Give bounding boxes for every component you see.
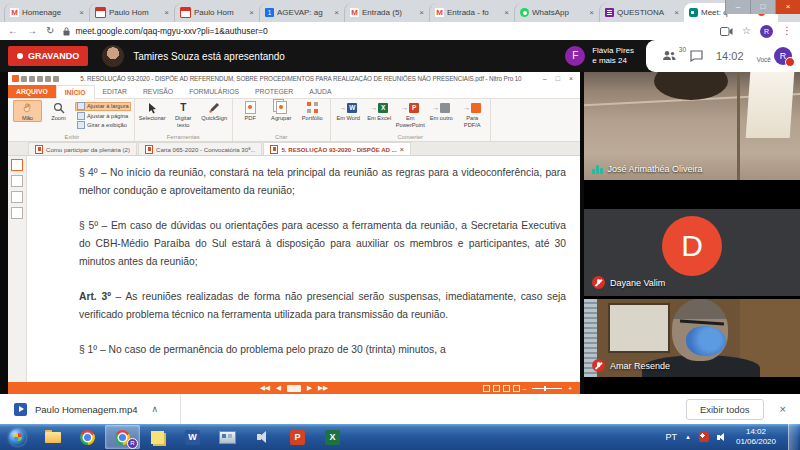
doc-tab-resolucao-active[interactable]: 5. RESOLUÇÃO 93-2020 - DISPÕE AD ... × [263, 142, 410, 155]
redo-icon[interactable] [53, 76, 59, 82]
browser-tab-paulo-2[interactable]: Paulo Hom × [174, 3, 259, 22]
zoom-out-icon[interactable]: – [523, 385, 527, 392]
view-mode-icon[interactable] [483, 385, 490, 392]
browser-menu-icon[interactable]: ⋮ [782, 26, 792, 36]
pdf-page-canvas[interactable]: § 4º – No início da reunião, constará na… [27, 156, 580, 382]
download-item[interactable]: Paulo Homenagem.mp4 [14, 403, 137, 416]
close-button[interactable]: × [775, 0, 800, 14]
create-pdf-button[interactable]: PDF [236, 100, 265, 122]
portfolio-button[interactable]: Portfólio [298, 100, 327, 122]
prev-page-icon[interactable]: ◀ [276, 384, 281, 392]
camera-icon[interactable] [720, 27, 733, 36]
nitro-minimize-button[interactable]: – [543, 75, 547, 82]
nitro-close-button[interactable]: × [569, 75, 573, 82]
browser-tab-questionario[interactable]: QUESTIONA × [599, 3, 684, 22]
ribbon-tab-arquivo[interactable]: ARQUIVO [8, 85, 56, 98]
doc-tab-como-participar[interactable]: Como participar da plenária (2) [28, 142, 137, 155]
pinned-participant[interactable]: F Flávia Pires e mais 24 [565, 46, 634, 67]
download-options-caret-icon[interactable]: ∧ [151, 404, 158, 414]
browser-tab-homenagem[interactable]: M Homenage × [4, 3, 89, 22]
fit-page-button[interactable]: Ajustar à página [75, 112, 131, 121]
fit-width-button[interactable]: Ajustar à largura [75, 102, 131, 111]
tab-close-icon[interactable]: × [79, 8, 84, 17]
doc-tab-carta[interactable]: Carta 065-2020 - Convocatória 30ª... [138, 142, 262, 155]
ribbon-tab-formularios[interactable]: FORMULÁRIOS [181, 85, 247, 98]
combine-button[interactable]: Agrupar [267, 100, 296, 122]
type-text-button[interactable]: T Digitar texto [169, 100, 198, 128]
to-other-button[interactable]: → Em outro [427, 100, 456, 122]
maximize-button[interactable]: □ [750, 0, 775, 14]
taskbar-display-settings-button[interactable] [210, 425, 245, 449]
last-page-icon[interactable]: ▶▶ [318, 384, 328, 392]
tab-close-icon[interactable]: × [504, 8, 509, 17]
next-page-icon[interactable]: ▶ [307, 384, 312, 392]
ribbon-tab-ajuda[interactable]: AJUDA [301, 85, 339, 98]
to-powerpoint-button[interactable]: →P Em PowerPoint [396, 100, 425, 128]
browser-profile-avatar[interactable]: R [760, 25, 773, 38]
zoom-in-icon[interactable]: + [568, 385, 572, 392]
video-tile-dayane[interactable]: D Dayane Valim [584, 209, 800, 296]
taskbar-chrome-button[interactable] [70, 425, 105, 449]
video-tile-amar[interactable]: Amar Resende [584, 299, 800, 394]
to-excel-button[interactable]: →X Em Excel [365, 100, 394, 122]
show-desktop-button[interactable] [788, 424, 798, 450]
browser-tab-paulo-1[interactable]: Paulo Hom × [89, 3, 174, 22]
bookmark-star-icon[interactable]: ☆ [742, 26, 751, 36]
zoom-slider[interactable] [532, 388, 562, 389]
taskbar-clock[interactable]: 14:02 01/06/2020 [736, 427, 776, 447]
first-page-icon[interactable]: ◀◀ [260, 384, 270, 392]
zoom-tool-button[interactable]: Zoom [44, 100, 73, 122]
self-view[interactable]: Você R [757, 47, 792, 65]
browser-tab-agevap[interactable]: 1 AGEVAP: ag × [259, 3, 344, 22]
minimize-button[interactable]: – [725, 0, 750, 14]
back-icon[interactable]: ← [8, 26, 18, 36]
view-mode-icon[interactable] [513, 385, 520, 392]
download-bar-close-icon[interactable]: × [780, 403, 786, 415]
tab-close-icon[interactable]: × [674, 8, 679, 17]
tray-app-icon[interactable] [699, 432, 709, 442]
tab-close-icon[interactable]: × [249, 8, 254, 17]
tab-close-icon[interactable]: × [334, 8, 339, 17]
print-icon[interactable] [37, 76, 43, 82]
to-word-button[interactable]: →W Em Word [334, 100, 363, 122]
tab-close-icon[interactable]: × [164, 8, 169, 17]
thumbnails-panel-icon[interactable] [11, 159, 23, 171]
taskbar-volume-button[interactable] [245, 425, 280, 449]
select-tool-button[interactable]: Selecionar [138, 100, 167, 122]
view-mode-icon[interactable] [493, 385, 500, 392]
language-indicator[interactable]: PT [665, 432, 677, 442]
taskbar-chrome-profile-button[interactable]: R [105, 425, 140, 449]
taskbar-word-button[interactable]: W [175, 425, 210, 449]
taskbar-explorer-button[interactable] [35, 425, 70, 449]
video-tile-jose[interactable]: José Arimathéa Oliveira [584, 72, 800, 206]
hand-tool-button[interactable]: Mão [13, 100, 42, 122]
taskbar-sticky-notes-button[interactable] [140, 425, 175, 449]
taskbar-excel-button[interactable]: X [315, 425, 350, 449]
view-mode-icon[interactable] [503, 385, 510, 392]
tray-expand-icon[interactable]: ▲ [685, 434, 691, 440]
to-pdfa-button[interactable]: → Para PDF/A [458, 100, 487, 128]
chat-icon[interactable] [690, 50, 703, 62]
tab-close-icon[interactable]: × [589, 8, 594, 17]
ribbon-tab-proteger[interactable]: PROTEGER [247, 85, 301, 98]
nitro-maximize-button[interactable]: □ [556, 75, 560, 82]
quicksign-button[interactable]: QuickSign [200, 100, 229, 122]
open-icon[interactable] [21, 76, 27, 82]
browser-tab-entrada-2[interactable]: M Entrada - fo × [429, 3, 514, 22]
attachments-panel-icon[interactable] [11, 207, 23, 219]
ribbon-tab-revisao[interactable]: REVISÃO [135, 85, 181, 98]
comments-panel-icon[interactable] [11, 191, 23, 203]
ribbon-tab-editar[interactable]: EDITAR [95, 85, 135, 98]
rotate-view-button[interactable]: Girar a exibição [75, 121, 131, 130]
taskbar-powerpoint-button[interactable]: P [280, 425, 315, 449]
quick-access-toolbar[interactable] [12, 75, 59, 82]
undo-icon[interactable] [45, 76, 51, 82]
reload-icon[interactable]: ↻ [46, 26, 54, 36]
bookmarks-panel-icon[interactable] [11, 175, 23, 187]
start-button[interactable] [0, 425, 35, 449]
participants-button[interactable]: 30 [662, 47, 677, 65]
address-bar[interactable]: meet.google.com/qaq-mgyu-xxv?pli=1&authu… [63, 26, 711, 36]
page-number-field[interactable] [287, 385, 301, 392]
tab-close-icon[interactable]: × [419, 8, 424, 17]
save-icon[interactable] [29, 76, 35, 82]
